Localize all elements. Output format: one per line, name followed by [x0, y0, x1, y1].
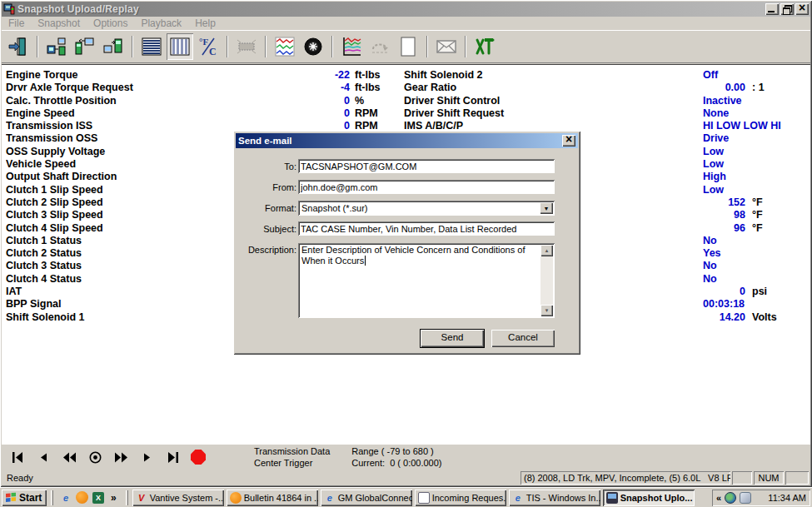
param-value-zone: Low — [703, 146, 810, 158]
record-button[interactable] — [191, 450, 206, 465]
close-button[interactable] — [795, 3, 809, 15]
menu-item-file[interactable]: File — [2, 17, 31, 30]
description-label: Description: — [238, 245, 296, 255]
graph-plot-icon — [341, 36, 362, 57]
description-textarea[interactable]: Enter Description of Vehicle Concern and… — [298, 243, 555, 318]
subject-input[interactable] — [298, 221, 555, 236]
send-button[interactable]: Send — [421, 330, 484, 347]
skip-to-end-button[interactable] — [165, 450, 180, 465]
step-forward-button[interactable] — [139, 450, 154, 465]
taskbar-grip[interactable] — [51, 490, 53, 505]
dialog-close-button[interactable] — [562, 135, 575, 147]
param-value: 152 — [703, 196, 745, 209]
ti-ie-icon — [512, 492, 524, 504]
param-label: Engine Torque — [6, 69, 299, 82]
restore-button[interactable] — [780, 3, 794, 15]
device-transfer-button[interactable] — [72, 33, 98, 60]
minimize-button[interactable] — [765, 3, 779, 15]
column-view-button[interactable] — [167, 33, 193, 60]
step-back-button[interactable] — [36, 450, 51, 465]
task-button[interactable]: TIS - Windows In... — [509, 490, 600, 506]
upload-to-pc-button[interactable] — [43, 33, 70, 60]
data-row: Engine Torque-22ft-lbsShift Solenoid 2Of… — [2, 69, 810, 82]
param-label: Shift Solenoid 2 — [404, 69, 703, 82]
new-page-button[interactable] — [395, 33, 421, 60]
param-unit: °F — [745, 209, 763, 221]
param-unit: °F — [745, 222, 763, 235]
task-button[interactable]: Bulletin 41864 in ... — [227, 490, 318, 506]
menu-item-playback[interactable]: Playback — [134, 17, 188, 30]
ti-orange-icon — [230, 492, 242, 504]
scroll-up-icon[interactable] — [541, 245, 553, 256]
param-value: 0 — [299, 107, 350, 120]
format-selected-value: Snapshot (*.sur) — [301, 203, 367, 213]
data-list-icon — [141, 36, 162, 57]
menu-item-snapshot[interactable]: Snapshot — [31, 17, 87, 30]
skip-to-start-button[interactable] — [10, 450, 25, 465]
status-num-lock: NUM — [754, 471, 784, 485]
globe-tray-icon[interactable] — [725, 492, 736, 504]
start-button[interactable]: Start — [2, 490, 47, 506]
param-unit: °F — [745, 196, 763, 209]
graph-plot-button[interactable] — [338, 33, 365, 60]
textarea-scrollbar[interactable] — [541, 245, 553, 316]
from-label: From: — [238, 182, 296, 192]
param-value: Yes — [703, 247, 721, 260]
fast-forward-icon — [114, 450, 128, 465]
from-input[interactable] — [298, 180, 555, 194]
exit-button[interactable] — [5, 33, 32, 60]
task-button[interactable]: Snapshot Uplo... — [603, 490, 695, 506]
cancel-button[interactable]: Cancel — [491, 330, 555, 347]
param-value-zone: High — [703, 171, 810, 183]
excel-icon[interactable] — [92, 492, 104, 504]
send-email-button[interactable] — [433, 33, 460, 60]
task-label: Vantive System -... — [150, 493, 224, 503]
param-value: Low — [703, 146, 724, 158]
orange-app-icon[interactable] — [76, 491, 88, 504]
fast-forward-button[interactable] — [113, 450, 128, 465]
param-value-zone: 0psi — [703, 286, 810, 298]
param-value-zone: Yes — [703, 247, 810, 260]
param-value-zone: None — [703, 107, 810, 120]
tools-button[interactable] — [471, 33, 498, 60]
internet-explorer-icon[interactable] — [60, 492, 72, 504]
scroll-down-icon[interactable] — [541, 305, 553, 316]
blank-page-icon — [397, 36, 419, 57]
task-button[interactable]: Incoming Reques... — [415, 490, 506, 506]
data-list-view-button[interactable] — [138, 33, 165, 60]
taskbar-grip[interactable] — [126, 490, 128, 505]
menu-item-help[interactable]: Help — [188, 17, 222, 30]
param-label: Engine Speed — [6, 107, 299, 120]
window-titlebar[interactable]: Snapshot Upload/Replay — [2, 2, 810, 17]
task-button[interactable]: GM GlobalConnec... — [321, 490, 412, 506]
param-label: Driver Shift Control — [404, 95, 703, 107]
pc-to-device-icon — [102, 36, 124, 57]
dropdown-arrow-icon[interactable] — [540, 202, 553, 214]
temperature-units-button[interactable]: °F C — [195, 33, 222, 60]
strip-chart-button[interactable] — [271, 33, 298, 60]
tray-collapse-chevron[interactable] — [716, 493, 721, 503]
messenger-tray-icon[interactable] — [740, 492, 751, 504]
dialog-titlebar[interactable]: Send e-mail — [236, 133, 578, 148]
replay-button-disabled — [366, 33, 393, 60]
task-button[interactable]: Vantive System -... — [132, 490, 224, 506]
param-value-zone: No — [703, 235, 810, 247]
param-label: Calc. Throttle Position — [6, 95, 299, 107]
center-trigger-button[interactable] — [87, 450, 102, 465]
security-dial-button[interactable] — [300, 33, 326, 60]
menu-item-options[interactable]: Options — [87, 17, 134, 30]
task-label: TIS - Windows In... — [526, 493, 600, 503]
subject-label: Subject: — [238, 224, 296, 234]
status-pane-empty — [785, 471, 809, 485]
pc-to-device-button[interactable] — [100, 33, 127, 60]
param-value-zone: Off — [703, 69, 810, 82]
desktop: Snapshot Upload/Replay FileSnapshotOptio… — [0, 0, 812, 507]
format-dropdown[interactable]: Snapshot (*.sur) — [298, 201, 555, 216]
param-value: 00:03:18 — [703, 298, 745, 311]
quick-launch-overflow-chevron[interactable] — [108, 492, 119, 504]
param-unit: : 1 — [745, 82, 765, 94]
rewind-button[interactable] — [62, 450, 77, 465]
toolbar: °F C — [2, 30, 810, 63]
to-input[interactable] — [298, 159, 555, 173]
window-title: Snapshot Upload/Replay — [17, 3, 765, 15]
